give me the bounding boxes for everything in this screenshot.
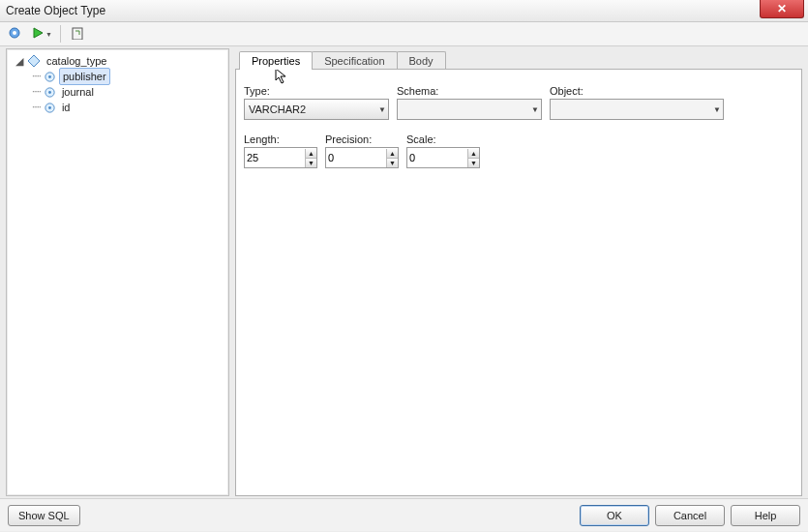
svg-marker-4 xyxy=(28,55,40,67)
cursor-icon xyxy=(275,68,290,87)
tree-root[interactable]: ◢ catalog_type xyxy=(9,53,226,69)
chevron-down-icon: ▼ xyxy=(713,105,721,114)
refresh-icon xyxy=(71,26,84,42)
length-label: Length: xyxy=(244,133,317,145)
type-value: VARCHAR2 xyxy=(249,103,306,115)
dialog-buttons: OK Cancel Help xyxy=(580,505,800,526)
object-combo[interactable]: ▼ xyxy=(550,99,724,120)
svg-point-10 xyxy=(48,106,51,109)
spin-down-icon[interactable]: ▼ xyxy=(387,159,398,167)
toolbar-separator xyxy=(60,25,61,43)
form-row-numbers: Length: ▲ ▼ Precision: ▲ xyxy=(244,133,793,168)
show-sql-button[interactable]: Show SQL xyxy=(8,505,80,526)
chevron-down-icon: ▼ xyxy=(531,105,539,114)
precision-spinner[interactable]: ▲ ▼ xyxy=(325,147,399,168)
svg-point-6 xyxy=(48,75,51,78)
title-bar: Create Object Type ✕ xyxy=(0,0,808,22)
refresh-button[interactable] xyxy=(67,24,88,44)
type-label: Type: xyxy=(244,85,389,97)
spinner-arrows[interactable]: ▲ ▼ xyxy=(386,149,398,167)
tree-root-label: catalog_type xyxy=(44,53,109,69)
spinner-arrows[interactable]: ▲ ▼ xyxy=(305,149,316,167)
attribute-icon xyxy=(44,71,56,83)
tab-body[interactable]: Body xyxy=(397,51,446,70)
precision-field: Precision: ▲ ▼ xyxy=(325,133,399,168)
tree-item-label: journal xyxy=(59,84,97,100)
attribute-icon xyxy=(44,86,56,99)
spin-down-icon[interactable]: ▼ xyxy=(468,159,479,167)
spin-up-icon[interactable]: ▲ xyxy=(468,149,479,159)
tree-branch-line: ····· xyxy=(32,69,41,84)
right-panel: Properties Specification Body Type: VARC… xyxy=(235,48,802,496)
schema-combo[interactable]: ▼ xyxy=(397,99,542,120)
spin-up-icon[interactable]: ▲ xyxy=(387,149,398,159)
svg-point-1 xyxy=(13,31,16,35)
tree-panel[interactable]: ◢ catalog_type ····· publisher ····· jou… xyxy=(6,48,229,496)
attribute-icon xyxy=(44,102,56,114)
length-input[interactable] xyxy=(245,149,305,166)
gear-button[interactable] xyxy=(4,24,25,44)
help-button[interactable]: Help xyxy=(731,505,800,526)
spin-up-icon[interactable]: ▲ xyxy=(306,149,316,159)
tab-content: Type: VARCHAR2 ▼ Schema: ▼ Object: xyxy=(235,69,802,496)
scale-input[interactable] xyxy=(407,149,467,166)
svg-point-8 xyxy=(48,91,51,94)
body-area: ◢ catalog_type ····· publisher ····· jou… xyxy=(0,46,808,498)
object-field: Object: ▼ xyxy=(550,85,724,120)
scale-spinner[interactable]: ▲ ▼ xyxy=(406,147,480,168)
tree-branch-line: ····· xyxy=(32,100,41,115)
tab-properties[interactable]: Properties xyxy=(239,51,313,70)
spinner-arrows[interactable]: ▲ ▼ xyxy=(467,149,479,167)
run-button[interactable]: ▼ xyxy=(29,24,54,44)
close-button[interactable]: ✕ xyxy=(760,0,804,18)
type-icon xyxy=(27,54,41,68)
close-icon: ✕ xyxy=(777,2,787,15)
length-field: Length: ▲ ▼ xyxy=(244,133,317,168)
cancel-button[interactable]: Cancel xyxy=(655,505,725,526)
object-label: Object: xyxy=(550,85,724,97)
precision-label: Precision: xyxy=(325,133,399,145)
form-row-types: Type: VARCHAR2 ▼ Schema: ▼ Object: xyxy=(244,85,793,120)
toolbar: ▼ xyxy=(0,22,808,46)
gear-icon xyxy=(7,25,22,43)
chevron-down-icon: ▼ xyxy=(378,105,386,114)
scale-label: Scale: xyxy=(406,133,480,145)
schema-label: Schema: xyxy=(397,85,542,97)
ok-button[interactable]: OK xyxy=(580,505,649,526)
schema-field: Schema: ▼ xyxy=(397,85,542,120)
svg-marker-2 xyxy=(34,28,43,38)
play-icon xyxy=(31,26,45,42)
precision-input[interactable] xyxy=(326,149,386,166)
dropdown-icon: ▼ xyxy=(45,31,52,38)
bottom-bar: Show SQL OK Cancel Help xyxy=(0,498,808,531)
length-spinner[interactable]: ▲ ▼ xyxy=(244,147,317,168)
tree-item[interactable]: ····· id xyxy=(9,100,226,115)
tab-specification[interactable]: Specification xyxy=(312,51,397,70)
tab-bar: Properties Specification Body xyxy=(235,48,802,70)
tree-branch-line: ····· xyxy=(32,84,41,100)
svg-rect-3 xyxy=(73,28,82,40)
tree-item[interactable]: ····· journal xyxy=(9,84,226,100)
tree-item[interactable]: ····· publisher xyxy=(9,69,226,84)
spin-down-icon[interactable]: ▼ xyxy=(306,159,316,167)
tree-item-label: publisher xyxy=(59,68,110,85)
window-title: Create Object Type xyxy=(6,4,105,17)
type-combo[interactable]: VARCHAR2 ▼ xyxy=(244,99,389,120)
type-field: Type: VARCHAR2 ▼ xyxy=(244,85,389,120)
scale-field: Scale: ▲ ▼ xyxy=(406,133,480,168)
tree-item-label: id xyxy=(59,100,74,115)
expand-toggle[interactable]: ◢ xyxy=(15,53,24,69)
